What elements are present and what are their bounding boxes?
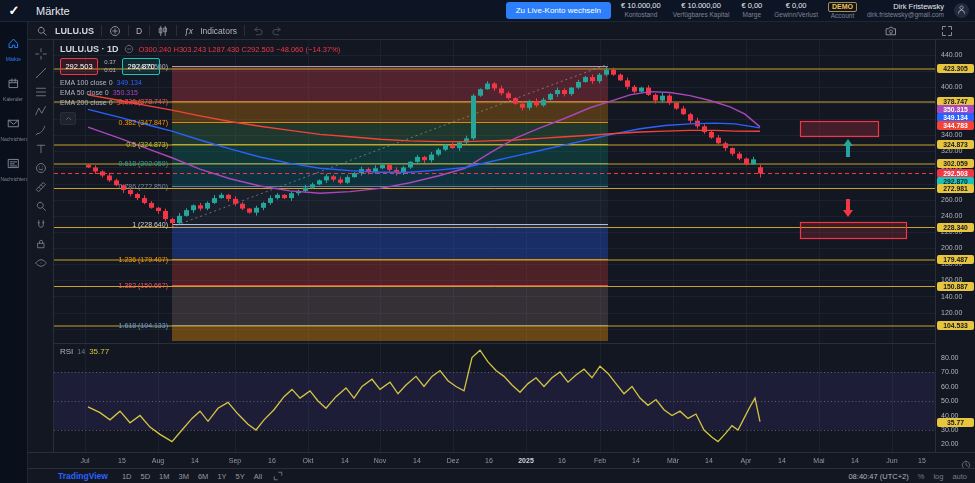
price-axis-label: 440.00 xyxy=(941,51,962,58)
range-button-1m[interactable]: 1M xyxy=(159,472,169,481)
sidebar-item-kalender[interactable]: Kalender xyxy=(0,76,27,102)
toolbar-separator xyxy=(244,25,245,36)
time-axis-label: 16 xyxy=(485,457,493,464)
tradingview-attribution[interactable]: TradingView xyxy=(58,471,108,481)
brand-logo[interactable]: ✓ xyxy=(0,3,28,18)
search-icon[interactable] xyxy=(36,25,48,37)
avatar[interactable] xyxy=(954,3,969,18)
time-axis-label: Apr xyxy=(741,457,752,464)
indicator-name: EMA 50 close 0 xyxy=(60,89,109,96)
home-icon xyxy=(7,36,20,54)
legend-ohlc-values: O300.240 H303.243 L287.430 C292.503 −48.… xyxy=(139,45,341,54)
time-axis-label: 14 xyxy=(191,457,199,464)
range-button-6m[interactable]: 6M xyxy=(198,472,208,481)
user-name: Dirk Fristewsky xyxy=(893,2,944,11)
range-button-5y[interactable]: 5Y xyxy=(236,472,245,481)
pattern-tool-icon[interactable] xyxy=(32,103,50,118)
chart-type-icon[interactable] xyxy=(157,25,169,37)
price-badge: 228.340 xyxy=(937,223,974,232)
account-stat: € 10.000,00Verfügbares Kapital xyxy=(673,2,730,18)
user-info[interactable]: Dirk Fristewsky dirk.fristewsky@gmail.co… xyxy=(867,2,944,19)
rsi-axis-label: 80.00 xyxy=(941,354,959,361)
adjust-range-icon[interactable] xyxy=(272,470,284,482)
bottom-toolbar: TradingView 1D5D1M3M6M1Y5YAll 08:40:47 (… xyxy=(28,468,975,483)
time-axis-label: 2025 xyxy=(518,457,534,464)
sidebar-item-nachrichten[interactable]: Nachrichten xyxy=(0,116,27,142)
price-axis-label: 140.00 xyxy=(941,293,962,300)
stat-label: Verfügbares Kapital xyxy=(673,11,730,18)
rsi-axis-label: 60.00 xyxy=(941,383,959,390)
percent-toggle[interactable]: % xyxy=(918,472,925,481)
trendline-tool-icon[interactable] xyxy=(32,65,50,80)
range-button-1y[interactable]: 1Y xyxy=(217,472,226,481)
price-axis-label: 260.00 xyxy=(941,196,962,203)
stat-value: € 0,00 xyxy=(786,2,807,11)
fullscreen-icon[interactable] xyxy=(941,25,953,37)
undo-icon[interactable] xyxy=(252,25,264,37)
toolbar-separator xyxy=(128,25,129,36)
time-axis-label: 14 xyxy=(851,457,859,464)
brush-tool-icon[interactable] xyxy=(32,122,50,137)
ruler-tool-icon[interactable] xyxy=(32,179,50,194)
drawing-toolbar xyxy=(28,40,54,452)
crosshair-tool-icon[interactable] xyxy=(32,46,50,61)
sidebar-item-nachrichten[interactable]: Nachrichten xyxy=(0,156,27,182)
indicator-row[interactable]: EMA 50 close 0350.315 xyxy=(60,88,340,98)
fx-icon[interactable]: ƒx xyxy=(184,26,193,36)
indicator-name: EMA 100 close 0 xyxy=(60,79,113,86)
rsi-period: 14 xyxy=(77,348,85,355)
camera-icon[interactable] xyxy=(885,25,897,37)
indicator-row[interactable]: EMA 100 close 0349.134 xyxy=(60,78,340,88)
sidebar-item-label: Märkte xyxy=(6,56,21,61)
rsi-legend[interactable]: RSI 14 35.77 xyxy=(60,347,109,356)
buy-button[interactable]: 292.870 xyxy=(122,58,160,75)
user-email: dirk.fristewsky@gmail.com xyxy=(867,11,944,19)
range-button-all[interactable]: All xyxy=(254,472,262,481)
sell-button[interactable]: 292.503 xyxy=(60,58,98,75)
zoom-tool-icon[interactable] xyxy=(32,198,50,213)
range-button-1d[interactable]: 1D xyxy=(122,472,132,481)
range-button-3m[interactable]: 3M xyxy=(179,472,189,481)
indicator-row[interactable]: EMA 200 close 0344.783 xyxy=(60,98,340,108)
time-axis-label: 14 xyxy=(705,457,713,464)
indicators-button[interactable]: Indicators xyxy=(200,26,237,36)
price-badge: 150.887 xyxy=(937,282,974,291)
eye-tool-icon[interactable] xyxy=(32,255,50,270)
rsi-axis-label: 50.00 xyxy=(941,397,959,404)
fib-tool-icon[interactable] xyxy=(32,84,50,99)
magnet-tool-icon[interactable] xyxy=(32,217,50,232)
text-tool-icon[interactable] xyxy=(32,141,50,156)
toolbar-separator xyxy=(101,25,102,36)
auto-toggle[interactable]: auto xyxy=(952,472,967,481)
symbol-search[interactable]: LULU.US xyxy=(55,26,94,36)
indicator-value: 349.134 xyxy=(117,79,142,86)
time-axis-label: Mär xyxy=(667,457,679,464)
demo-badge-label: Account xyxy=(831,12,855,19)
top-header: ✓ Märkte Zu Live-Konto wechseln € 10.000… xyxy=(0,0,975,22)
time-axis-label: 15 xyxy=(118,457,126,464)
account-stat: € 10.000,00Kontostand xyxy=(621,2,661,18)
time-axis[interactable]: Jul15Aug14Sep16Okt14Nov14Dez16202516Feb1… xyxy=(28,452,975,468)
stat-label: Gewinn/Verlust xyxy=(774,11,818,18)
price-badge: 344.783 xyxy=(937,121,974,130)
lock-tool-icon[interactable] xyxy=(32,236,50,251)
interval-button[interactable]: D xyxy=(136,26,142,36)
minus-circle-icon[interactable] xyxy=(124,44,134,54)
sidebar-item-märkte[interactable]: Märkte xyxy=(0,36,27,62)
log-toggle[interactable]: log xyxy=(933,472,943,481)
rsi-axis-label: 70.00 xyxy=(941,368,959,375)
legend-collapse-button[interactable] xyxy=(60,112,76,125)
legend-symbol[interactable]: LULU.US · 1D xyxy=(60,44,119,54)
switch-to-live-button[interactable]: Zu Live-Konto wechseln xyxy=(506,2,611,19)
price-axis[interactable]: 460.00440.00420.00400.00380.00360.00340.… xyxy=(935,40,975,452)
clock-time[interactable]: 08:40:47 (UTC+2) xyxy=(848,472,908,481)
time-axis-label: Jun xyxy=(886,457,897,464)
range-button-5d[interactable]: 5D xyxy=(141,472,151,481)
account-stat: € 0,00Marge xyxy=(741,2,762,18)
time-axis-label: Jul xyxy=(81,457,90,464)
indicator-name: EMA 200 close 0 xyxy=(60,99,113,106)
redo-icon[interactable] xyxy=(271,25,283,37)
time-axis-label: 14 xyxy=(413,457,421,464)
compare-plus-icon[interactable] xyxy=(109,25,121,37)
emoji-tool-icon[interactable] xyxy=(32,160,50,175)
